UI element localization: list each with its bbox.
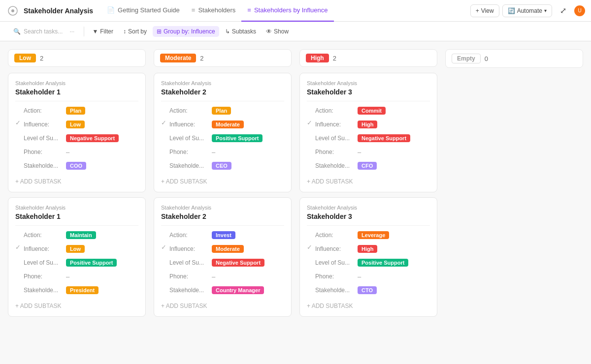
card-title: Stakeholder 3	[307, 212, 430, 220]
column-badge-low: Low	[14, 54, 36, 62]
card-field-2: Level of Su...Positive Support	[24, 257, 138, 268]
field-tag: Leverage	[358, 231, 389, 239]
card-source: Stakeholder Analysis	[307, 80, 430, 86]
filter-button[interactable]: ▼ Filter	[88, 26, 117, 37]
check-icon: ✓	[15, 119, 21, 126]
kanban-board: Low2Stakeholder AnalysisStakeholder 1✓Ac…	[0, 41, 591, 364]
search-icon: 🔍	[13, 28, 21, 35]
field-tag: Positive Support	[358, 259, 408, 267]
add-subtask-button[interactable]: + ADD SUBTASK	[161, 303, 284, 309]
add-subtask-button[interactable]: + ADD SUBTASK	[307, 178, 430, 185]
svg-point-1	[11, 9, 14, 12]
automate-button[interactable]: 🔄 Automate ▾	[502, 4, 552, 17]
check-icon: ✓	[161, 119, 166, 126]
field-label: Action:	[315, 232, 355, 239]
field-label: Action:	[24, 107, 63, 114]
search-box[interactable]: 🔍 Search tasks... ···	[8, 26, 80, 37]
card-moderate-1: Stakeholder AnalysisStakeholder 2✓Action…	[154, 197, 292, 317]
column-header-empty: Empty0	[445, 49, 583, 68]
card-fields: Action:CommitInfluence:HighLevel of Su..…	[315, 105, 430, 174]
card-field-4: Stakeholde...CEO	[169, 160, 284, 171]
check-icon: ✓	[307, 119, 312, 126]
add-subtask-button[interactable]: + ADD SUBTASK	[15, 178, 138, 185]
card-check-row: ✓Action:LeverageInfluence:HighLevel of S…	[307, 230, 430, 299]
field-tag: Moderate	[212, 121, 244, 128]
card-field-3: Phone:–	[315, 271, 430, 282]
card-high-1: Stakeholder AnalysisStakeholder 3✓Action…	[299, 197, 437, 317]
field-tag: President	[66, 286, 98, 294]
tab-getting-started[interactable]: 📄 Getting Started Guide	[101, 0, 186, 22]
card-divider	[15, 225, 138, 226]
field-tag: Invest	[212, 231, 235, 239]
field-label: Influence:	[24, 121, 63, 128]
group-button[interactable]: ⊞ Group by: Influence	[153, 26, 219, 37]
card-field-1: Influence:Moderate	[169, 243, 284, 254]
tab-stakeholders[interactable]: ≡ Stakeholders	[186, 0, 241, 22]
tab-stakeholders-by-influence[interactable]: ≡ Stakeholders by Influence	[241, 0, 333, 22]
card-field-3: Phone:–	[24, 147, 138, 157]
column-header-high: High2	[299, 49, 437, 67]
share-button[interactable]: ⤢	[555, 3, 571, 18]
toolbar: 🔍 Search tasks... ··· ▼ Filter ↕ Sort by…	[0, 22, 591, 41]
card-fields: Action:PlanInfluence:ModerateLevel of Su…	[169, 105, 284, 174]
list-icon: ≡	[192, 6, 196, 14]
field-label: Phone:	[169, 273, 209, 280]
field-tag: Negative Support	[212, 259, 264, 267]
field-tag: Plan	[212, 107, 231, 115]
view-button[interactable]: + View	[470, 4, 499, 17]
field-label: Stakeholde...	[169, 162, 209, 169]
card-source: Stakeholder Analysis	[307, 205, 430, 211]
card-source: Stakeholder Analysis	[15, 80, 138, 86]
field-tag: High	[358, 245, 377, 253]
column-badge-moderate: Moderate	[160, 54, 196, 62]
card-field-1: Influence:High	[315, 243, 430, 254]
field-label: Phone:	[315, 273, 355, 280]
card-moderate-0: Stakeholder AnalysisStakeholder 2✓Action…	[154, 73, 292, 192]
column-low: Low2Stakeholder AnalysisStakeholder 1✓Ac…	[8, 49, 146, 322]
field-tag: Country Manager	[212, 286, 264, 294]
card-divider	[15, 101, 138, 101]
check-icon: ✓	[307, 243, 312, 251]
sort-button[interactable]: ↕ Sort by	[119, 26, 151, 37]
column-count-empty: 0	[485, 55, 488, 62]
group-icon: ⊞	[157, 28, 162, 35]
add-subtask-button[interactable]: + ADD SUBTASK	[307, 303, 430, 309]
field-label: Influence:	[169, 121, 209, 128]
card-field-0: Action:Invest	[169, 230, 284, 241]
column-count-high: 2	[333, 55, 336, 62]
card-divider	[161, 225, 284, 226]
subtasks-button[interactable]: ↳ Subtasks	[221, 26, 260, 37]
sort-icon: ↕	[123, 28, 126, 35]
card-field-0: Action:Maintain	[24, 230, 138, 241]
doc-icon: 📄	[107, 6, 115, 14]
field-tag: High	[358, 121, 377, 128]
add-subtask-button[interactable]: + ADD SUBTASK	[15, 303, 138, 309]
card-title: Stakeholder 1	[15, 212, 138, 220]
subtasks-icon: ↳	[225, 28, 230, 35]
add-subtask-button[interactable]: + ADD SUBTASK	[161, 178, 284, 185]
check-icon: ✓	[15, 243, 21, 251]
field-label: Influence:	[315, 121, 355, 128]
card-field-2: Level of Su...Negative Support	[315, 133, 430, 144]
card-low-0: Stakeholder AnalysisStakeholder 1✓Action…	[8, 73, 146, 192]
field-tag: CEO	[212, 162, 231, 170]
card-low-1: Stakeholder AnalysisStakeholder 1✓Action…	[8, 197, 146, 317]
separator-1	[84, 27, 84, 36]
filter-icon: ▼	[92, 28, 98, 35]
field-label: Action:	[169, 107, 209, 114]
card-field-1: Influence:Moderate	[169, 119, 284, 130]
card-field-1: Influence:Low	[24, 243, 138, 254]
card-high-0: Stakeholder AnalysisStakeholder 3✓Action…	[299, 73, 437, 192]
show-button[interactable]: 👁 Show	[262, 26, 293, 37]
field-tag: Positive Support	[212, 134, 263, 142]
column-count-low: 2	[40, 55, 43, 62]
field-tag: Positive Support	[66, 259, 117, 267]
card-check-row: ✓Action:PlanInfluence:LowLevel of Su...N…	[15, 105, 138, 174]
card-check-row: ✓Action:InvestInfluence:ModerateLevel of…	[161, 230, 284, 299]
column-badge-high: High	[306, 54, 329, 62]
card-field-4: Stakeholde...President	[24, 285, 138, 296]
column-badge-empty: Empty	[452, 54, 481, 63]
field-label: Phone:	[315, 149, 355, 155]
card-field-0: Action:Leverage	[315, 230, 430, 241]
card-field-4: Stakeholde...Country Manager	[169, 285, 284, 296]
